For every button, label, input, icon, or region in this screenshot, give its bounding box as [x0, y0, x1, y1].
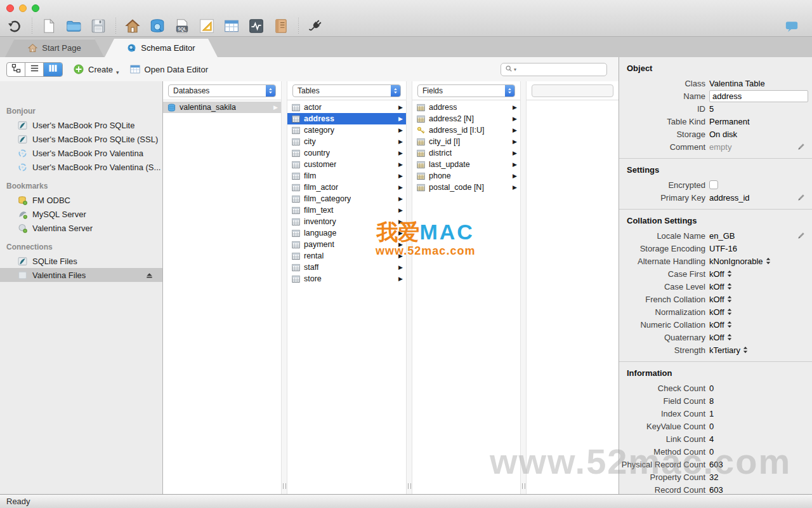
new-document-icon[interactable]	[41, 18, 57, 34]
tab-schema-editor[interactable]: Schema Editor	[105, 39, 218, 57]
sidebar-item-mysql-server[interactable]: MySQL Server	[0, 207, 162, 221]
connection-plug-icon[interactable]	[307, 18, 324, 34]
column-splitter[interactable]	[406, 81, 412, 494]
list-item-city-id-i-[interactable]: city_id [I]▶	[412, 136, 520, 147]
sidebar-item-user-s-macbook-pro-sqlite-ssl-[interactable]: User's MacBook Pro SQLite (SSL)	[0, 132, 162, 146]
edit-pencil-icon[interactable]	[797, 231, 806, 240]
list-item-payment[interactable]: payment▶	[287, 239, 406, 250]
table-icon	[292, 218, 300, 226]
minimize-button[interactable]	[19, 4, 27, 12]
list-item-language[interactable]: language▶	[287, 227, 406, 239]
value-stepper-icon[interactable]	[743, 346, 748, 354]
value-stepper-icon[interactable]	[727, 333, 732, 341]
search-input[interactable]	[518, 65, 603, 74]
value-stepper-icon[interactable]	[727, 321, 732, 328]
value-stepper-icon[interactable]	[766, 257, 771, 265]
column-list: actor▶address▶category▶city▶country▶cust…	[287, 100, 406, 494]
name-input[interactable]	[709, 90, 808, 102]
list-item-country[interactable]: country▶	[287, 147, 406, 159]
close-button[interactable]	[6, 4, 14, 12]
tree-view-button[interactable]	[7, 63, 25, 76]
list-item-film[interactable]: film▶	[287, 170, 406, 182]
schema-tab-icon	[127, 43, 136, 53]
tables-popup-button[interactable]: Tables	[292, 84, 401, 97]
open-folder-icon[interactable]	[65, 18, 82, 34]
popup-stepper-icon	[266, 85, 275, 97]
list-item-address[interactable]: address▶	[412, 102, 520, 113]
data-editor-icon[interactable]	[223, 18, 240, 34]
edit-pencil-icon[interactable]	[797, 193, 806, 202]
disclosure-arrow-icon: ▶	[513, 105, 517, 110]
schema-editor-icon[interactable]	[149, 18, 166, 34]
zoom-button[interactable]	[32, 4, 39, 12]
value-stepper-icon[interactable]	[727, 295, 732, 303]
empty-popup-button[interactable]	[532, 84, 613, 97]
list-item-postal-code-n-[interactable]: postal_code [N]▶	[412, 182, 520, 193]
search-field[interactable]: ▾	[501, 63, 607, 76]
report-editor-icon[interactable]	[273, 18, 289, 34]
sidebar-item-label: User's MacBook Pro Valentina (S...	[32, 163, 160, 172]
feedback-bubble-button[interactable]	[784, 19, 799, 33]
list-item-label: valentina_sakila	[180, 103, 236, 112]
column-view-button[interactable]	[44, 63, 62, 76]
list-item-district[interactable]: district▶	[412, 147, 520, 159]
list-item-store[interactable]: store▶	[287, 273, 406, 284]
list-item-customer[interactable]: customer▶	[287, 159, 406, 170]
list-item-address[interactable]: address▶	[287, 113, 406, 124]
diagram-editor-icon[interactable]	[199, 18, 215, 34]
list-item-inventory[interactable]: inventory▶	[287, 216, 406, 227]
sidebar-item-user-s-macbook-pro-valentina[interactable]: User's MacBook Pro Valentina	[0, 146, 162, 160]
column-splitter[interactable]	[281, 81, 287, 494]
property-row-class: ClassValentina Table	[619, 77, 812, 90]
create-button[interactable]: Create ▾	[73, 64, 119, 76]
list-item-phone[interactable]: phone▶	[412, 170, 520, 182]
list-item-category[interactable]: category▶	[287, 124, 406, 136]
list-item-label: film_actor	[304, 183, 338, 192]
sidebar-item-valentina-files[interactable]: Valentina Files	[0, 268, 162, 282]
edit-pencil-icon[interactable]	[797, 142, 806, 151]
list-view-icon	[29, 63, 40, 76]
list-item-label: country	[304, 149, 330, 157]
column-splitter[interactable]	[520, 81, 527, 494]
sidebar-item-fm-odbc[interactable]: FM ODBC	[0, 193, 162, 207]
list-item-rental[interactable]: rental▶	[287, 250, 406, 262]
list-item-address2-n-[interactable]: address2 [N]▶	[412, 113, 520, 124]
eject-icon[interactable]	[145, 271, 154, 279]
databases-popup-button[interactable]: Databases	[168, 84, 276, 97]
sidebar-item-sqlite-files[interactable]: SQLite Files	[0, 254, 162, 268]
property-value: kOff	[709, 282, 732, 291]
list-item-last-update[interactable]: last_update▶	[412, 159, 520, 170]
undo-icon[interactable]	[6, 18, 23, 34]
sidebar-item-user-s-macbook-pro-sqlite[interactable]: User's MacBook Pro SQLite	[0, 118, 162, 132]
table-icon	[292, 195, 300, 203]
list-item-city[interactable]: city▶	[287, 136, 406, 147]
property-label: Physical Record Count	[619, 460, 709, 469]
list-item-actor[interactable]: actor▶	[287, 102, 406, 113]
save-icon[interactable]	[90, 18, 107, 34]
sidebar-item-user-s-macbook-pro-valentina-s-[interactable]: User's MacBook Pro Valentina (S...	[0, 160, 162, 174]
encrypted-checkbox[interactable]	[709, 180, 718, 189]
value-stepper-icon[interactable]	[727, 270, 732, 277]
property-row-id: ID5	[619, 102, 812, 115]
sidebar-item-valentina-server[interactable]: Valentina Server	[0, 221, 162, 235]
list-item-film-actor[interactable]: film_actor▶	[287, 182, 406, 193]
list-view-button[interactable]	[25, 63, 44, 76]
sql-editor-icon[interactable]: SQL	[174, 18, 190, 34]
list-item-film-category[interactable]: film_category▶	[287, 193, 406, 204]
disclosure-arrow-icon: ▶	[398, 196, 403, 202]
tab-start-page[interactable]: Start Page	[5, 39, 104, 57]
disclosure-arrow-icon: ▶	[398, 185, 403, 190]
home-icon[interactable]	[124, 18, 141, 34]
list-item-staff[interactable]: staff▶	[287, 262, 406, 273]
sidebar-item-label: User's MacBook Pro SQLite	[32, 121, 134, 130]
fields-popup-button[interactable]: Fields	[417, 84, 515, 97]
list-item-valentina-sakila[interactable]: valentina_sakila▶	[163, 102, 281, 113]
list-item-address-id-i-u-[interactable]: address_id [I:U]▶	[412, 124, 520, 136]
open-data-editor-button[interactable]: Open Data Editor	[129, 64, 208, 75]
server-admin-icon[interactable]	[248, 18, 265, 34]
list-item-film-text[interactable]: film_text▶	[287, 204, 406, 216]
property-row-quaternary: QuaternarykOff	[619, 331, 812, 344]
property-row-comment: Commentempty	[619, 140, 812, 153]
value-stepper-icon[interactable]	[727, 283, 732, 290]
value-stepper-icon[interactable]	[727, 308, 732, 316]
